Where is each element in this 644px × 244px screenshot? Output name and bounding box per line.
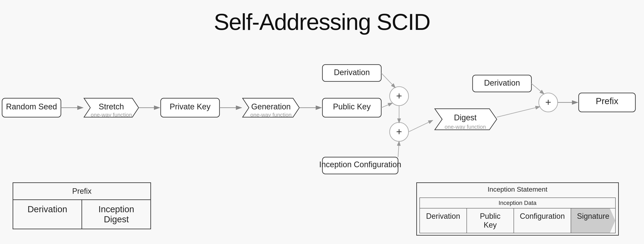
- prefix-breakdown-title: Prefix: [13, 183, 150, 199]
- private-key-label: Private Key: [170, 102, 210, 111]
- inception-statement-title: Inception Statement: [417, 183, 618, 196]
- svg-line-24: [497, 107, 540, 117]
- plus2-label: +: [396, 126, 402, 137]
- generation-label: Generation: [251, 102, 291, 111]
- inception-cell-configuration: Configuration: [514, 208, 571, 233]
- generation-sub-label: one-way function: [250, 112, 292, 118]
- stretch-label: Stretch: [99, 102, 124, 111]
- public-key-label: Public Key: [333, 102, 371, 111]
- main-diagram: Random Seed Stretch one-way function Pri…: [0, 42, 644, 189]
- plus1-label: +: [396, 90, 402, 101]
- inception-cell-public-key: Public Key: [467, 208, 514, 233]
- prefix-box-inner: Derivation Inception Digest: [13, 199, 150, 229]
- inception-cell-signature: Signature: [571, 208, 615, 233]
- digest-sub-label: one-way function: [445, 124, 486, 130]
- prefix-breakdown-box: Prefix Derivation Inception Digest: [12, 182, 151, 229]
- inception-data-section: Inception Data Derivation Public Key Con…: [420, 197, 616, 233]
- svg-line-13: [381, 73, 395, 88]
- plus3-label: +: [545, 97, 551, 108]
- random-seed-label: Random Seed: [6, 102, 57, 111]
- page-title: Self-Addressing SCID: [0, 0, 644, 42]
- inception-statement-box: Inception Statement Inception Data Deriv…: [416, 182, 619, 235]
- derivation-right-label: Derivation: [484, 79, 520, 87]
- inception-data-title: Inception Data: [420, 198, 615, 208]
- svg-line-19: [408, 120, 433, 132]
- prefix-cell-inception-digest: Inception Digest: [82, 200, 150, 229]
- stretch-sub-label: one-way function: [91, 112, 132, 118]
- prefix-label: Prefix: [596, 96, 618, 106]
- svg-line-18: [398, 141, 399, 157]
- digest-label: Digest: [454, 113, 476, 122]
- derivation-top-label: Derivation: [334, 68, 370, 77]
- svg-line-23: [532, 84, 544, 94]
- inception-data-inner: Derivation Public Key Configuration Sign…: [420, 208, 615, 233]
- inception-config-label: Inception Configuration: [319, 160, 402, 169]
- svg-line-14: [381, 103, 392, 108]
- bottom-section: Prefix Derivation Inception Digest Incep…: [0, 182, 644, 235]
- prefix-cell-derivation: Derivation: [13, 200, 82, 229]
- inception-cell-derivation: Derivation: [420, 208, 467, 233]
- diagram-area: Random Seed Stretch one-way function Pri…: [0, 42, 644, 189]
